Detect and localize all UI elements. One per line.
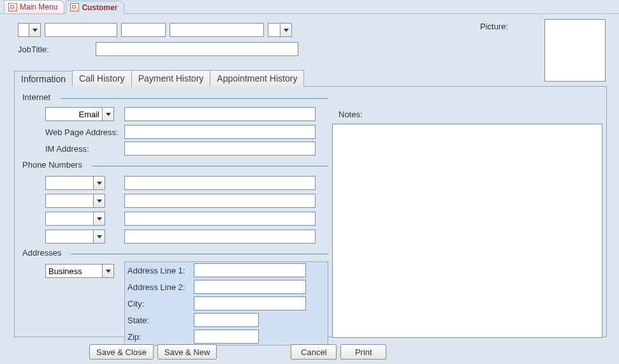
phone-type-input-4[interactable] [46, 230, 93, 243]
address-line1-input[interactable] [194, 263, 306, 277]
chevron-down-icon[interactable] [93, 212, 105, 225]
save-new-button[interactable]: Save & New [157, 344, 217, 360]
detail-tab-control: Information Call History Payment History… [14, 70, 607, 337]
zip-label: Zip: [127, 332, 194, 342]
customer-form: JobTitle: Picture: Information Call Hist… [0, 14, 619, 364]
middle-name-input[interactable] [121, 23, 166, 37]
address-line1-label: Address Line 1: [127, 266, 194, 275]
phone-input-2[interactable] [124, 194, 316, 208]
address-panel: Address Line 1: Address Line 2: City: St… [124, 261, 328, 346]
doc-tab-customer[interactable]: Customer [66, 1, 124, 14]
email-input[interactable] [124, 107, 316, 121]
phone-type-combo-1[interactable] [45, 176, 105, 190]
address-line2-input[interactable] [194, 280, 306, 294]
detail-tab-strip: Information Call History Payment History… [14, 70, 607, 87]
group-internet-title: Internet [22, 92, 53, 102]
phone-type-combo-3[interactable] [45, 212, 105, 226]
title-combo[interactable] [18, 23, 41, 37]
suffix-combo[interactable] [268, 23, 292, 37]
phone-input-1[interactable] [124, 176, 316, 190]
phone-input-3[interactable] [124, 212, 316, 226]
phone-type-input-2[interactable] [46, 194, 93, 207]
city-label: City: [127, 299, 194, 309]
group-addresses-title: Addresses [22, 248, 64, 258]
phone-type-input-3[interactable] [46, 212, 93, 225]
im-address-label: IM Address: [45, 144, 124, 154]
print-button[interactable]: Print [340, 344, 386, 360]
web-page-label: Web Page Address: [45, 127, 124, 137]
im-address-input[interactable] [124, 142, 316, 156]
phone-type-input-1[interactable] [46, 177, 93, 189]
state-input[interactable] [194, 313, 259, 327]
save-close-button[interactable]: Save & Close [89, 344, 154, 360]
doc-tab-label: Customer [82, 3, 117, 12]
tab-page-information: Internet Web Page Address: IM Address: [14, 86, 607, 337]
title-combo-input[interactable] [18, 24, 29, 36]
tab-payment-history[interactable]: Payment History [131, 70, 211, 87]
job-title-input[interactable] [96, 42, 298, 56]
suffix-combo-input[interactable] [268, 24, 280, 36]
last-name-input[interactable] [170, 23, 264, 37]
zip-input[interactable] [194, 330, 259, 344]
chevron-down-icon[interactable] [29, 24, 40, 36]
doc-tab-label: Main Menu [20, 3, 57, 11]
address-type-combo[interactable] [45, 264, 114, 278]
job-title-row: JobTitle: [18, 42, 298, 56]
tab-call-history[interactable]: Call History [72, 70, 132, 87]
cancel-button[interactable]: Cancel [291, 344, 337, 360]
group-phone-title: Phone Numbers [22, 160, 85, 170]
state-label: State: [127, 316, 194, 325]
phone-input-4[interactable] [124, 229, 316, 244]
email-type-input[interactable] [46, 108, 102, 120]
job-title-label: JobTitle: [18, 45, 96, 54]
tab-information[interactable]: Information [14, 71, 73, 87]
chevron-down-icon[interactable] [102, 265, 113, 277]
button-bar: Save & Close Save & New Cancel Print [0, 344, 619, 360]
address-type-input[interactable] [46, 265, 102, 277]
phone-type-combo-2[interactable] [45, 194, 105, 208]
first-name-input[interactable] [45, 23, 117, 37]
tab-appointment-history[interactable]: Appointment History [210, 70, 304, 87]
chevron-down-icon[interactable] [102, 108, 113, 120]
web-page-input[interactable] [124, 125, 316, 139]
address-line2-label: Address Line 2: [127, 282, 194, 292]
email-type-combo[interactable] [45, 107, 114, 121]
notes-textarea[interactable] [332, 124, 602, 338]
chevron-down-icon[interactable] [280, 24, 291, 36]
city-input[interactable] [194, 296, 306, 310]
chevron-down-icon[interactable] [93, 177, 105, 189]
phone-type-combo-4[interactable] [45, 229, 105, 244]
chevron-down-icon[interactable] [93, 230, 105, 243]
name-row [18, 23, 292, 37]
form-icon [70, 3, 79, 11]
chevron-down-icon[interactable] [93, 194, 105, 207]
notes-label: Notes: [339, 110, 363, 119]
doc-tab-main-menu[interactable]: Main Menu [4, 0, 64, 13]
picture-label: Picture: [480, 22, 508, 31]
form-icon [8, 3, 17, 11]
document-tab-strip: Main Menu Customer [0, 0, 619, 14]
